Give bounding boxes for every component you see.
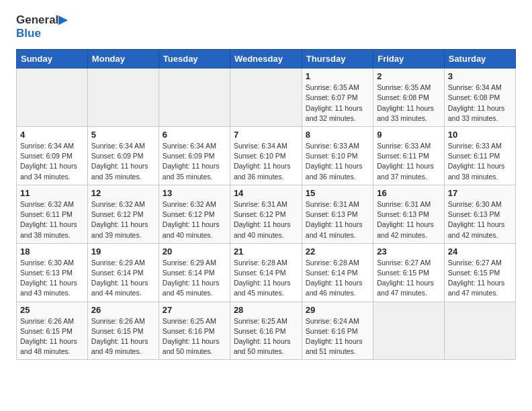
day-info: Sunrise: 6:33 AMSunset: 6:10 PMDaylight:…: [306, 141, 369, 182]
calendar-cell: 15Sunrise: 6:31 AMSunset: 6:13 PMDayligh…: [302, 185, 373, 243]
calendar-cell: 3Sunrise: 6:34 AMSunset: 6:08 PMDaylight…: [444, 68, 515, 127]
day-info: Sunrise: 6:27 AMSunset: 6:15 PMDaylight:…: [377, 258, 441, 299]
logo-text-line1: General▶: [16, 13, 67, 27]
day-number: 27: [163, 305, 226, 315]
day-number: 2: [377, 71, 441, 81]
calendar-cell: [17, 68, 88, 127]
calendar-cell: 2Sunrise: 6:35 AMSunset: 6:08 PMDaylight…: [373, 68, 445, 127]
day-number: 20: [163, 246, 226, 257]
day-number: 6: [163, 130, 226, 140]
day-number: 23: [377, 246, 441, 257]
day-info: Sunrise: 6:34 AMSunset: 6:10 PMDaylight:…: [234, 141, 298, 182]
day-number: 25: [20, 305, 84, 315]
day-info: Sunrise: 6:31 AMSunset: 6:12 PMDaylight:…: [234, 199, 298, 240]
day-info: Sunrise: 6:29 AMSunset: 6:14 PMDaylight:…: [163, 258, 226, 299]
calendar-table: SundayMondayTuesdayWednesdayThursdayFrid…: [16, 49, 516, 360]
day-info: Sunrise: 6:32 AMSunset: 6:12 PMDaylight:…: [163, 199, 226, 240]
day-info: Sunrise: 6:24 AMSunset: 6:16 PMDaylight:…: [306, 316, 369, 357]
calendar-cell: 23Sunrise: 6:27 AMSunset: 6:15 PMDayligh…: [373, 243, 445, 302]
page-header: General▶ Blue: [16, 13, 516, 40]
day-number: 22: [306, 246, 369, 257]
day-number: 16: [377, 188, 441, 198]
calendar-cell: 9Sunrise: 6:33 AMSunset: 6:11 PMDaylight…: [373, 126, 445, 185]
day-number: 14: [234, 188, 298, 198]
day-number: 24: [448, 246, 512, 257]
calendar-cell: 18Sunrise: 6:30 AMSunset: 6:13 PMDayligh…: [17, 243, 88, 302]
day-info: Sunrise: 6:32 AMSunset: 6:11 PMDaylight:…: [20, 199, 84, 240]
day-info: Sunrise: 6:29 AMSunset: 6:14 PMDaylight:…: [91, 258, 155, 299]
day-info: Sunrise: 6:26 AMSunset: 6:15 PMDaylight:…: [20, 316, 84, 357]
calendar-cell: 13Sunrise: 6:32 AMSunset: 6:12 PMDayligh…: [159, 185, 230, 243]
calendar-cell: 7Sunrise: 6:34 AMSunset: 6:10 PMDaylight…: [230, 126, 302, 185]
day-number: 4: [20, 130, 84, 140]
calendar-cell: 29Sunrise: 6:24 AMSunset: 6:16 PMDayligh…: [302, 302, 373, 360]
calendar-cell: 28Sunrise: 6:25 AMSunset: 6:16 PMDayligh…: [230, 302, 302, 360]
calendar-cell: 16Sunrise: 6:31 AMSunset: 6:13 PMDayligh…: [373, 185, 445, 243]
calendar-week-row: 4Sunrise: 6:34 AMSunset: 6:09 PMDaylight…: [17, 126, 516, 185]
day-info: Sunrise: 6:33 AMSunset: 6:11 PMDaylight:…: [377, 141, 441, 182]
day-info: Sunrise: 6:28 AMSunset: 6:14 PMDaylight:…: [234, 258, 298, 299]
day-number: 3: [448, 71, 512, 81]
calendar-header-row: SundayMondayTuesdayWednesdayThursdayFrid…: [17, 50, 516, 68]
calendar-cell: 1Sunrise: 6:35 AMSunset: 6:07 PMDaylight…: [302, 68, 373, 127]
day-number: 9: [377, 130, 441, 140]
calendar-cell: 19Sunrise: 6:29 AMSunset: 6:14 PMDayligh…: [87, 243, 159, 302]
day-number: 15: [306, 188, 369, 198]
day-info: Sunrise: 6:25 AMSunset: 6:16 PMDaylight:…: [234, 316, 298, 357]
day-info: Sunrise: 6:31 AMSunset: 6:13 PMDaylight:…: [306, 199, 369, 240]
day-info: Sunrise: 6:30 AMSunset: 6:13 PMDaylight:…: [20, 258, 84, 299]
calendar-cell: 5Sunrise: 6:34 AMSunset: 6:09 PMDaylight…: [87, 126, 159, 185]
day-number: 5: [91, 130, 155, 140]
calendar-cell: 8Sunrise: 6:33 AMSunset: 6:10 PMDaylight…: [302, 126, 373, 185]
day-info: Sunrise: 6:31 AMSunset: 6:13 PMDaylight:…: [377, 199, 441, 240]
day-info: Sunrise: 6:34 AMSunset: 6:08 PMDaylight:…: [448, 83, 512, 124]
day-number: 21: [234, 246, 298, 257]
weekday-header: Wednesday: [230, 50, 302, 68]
day-number: 7: [234, 130, 298, 140]
day-info: Sunrise: 6:34 AMSunset: 6:09 PMDaylight:…: [20, 141, 84, 182]
day-number: 18: [20, 246, 84, 257]
weekday-header: Saturday: [444, 50, 515, 68]
calendar-cell: 12Sunrise: 6:32 AMSunset: 6:12 PMDayligh…: [87, 185, 159, 243]
calendar-cell: 17Sunrise: 6:30 AMSunset: 6:13 PMDayligh…: [444, 185, 515, 243]
weekday-header: Friday: [373, 50, 445, 68]
day-info: Sunrise: 6:28 AMSunset: 6:14 PMDaylight:…: [306, 258, 369, 299]
logo-text-line2: Blue: [16, 27, 67, 40]
day-info: Sunrise: 6:27 AMSunset: 6:15 PMDaylight:…: [448, 258, 512, 299]
day-info: Sunrise: 6:25 AMSunset: 6:16 PMDaylight:…: [163, 316, 226, 357]
calendar-cell: 14Sunrise: 6:31 AMSunset: 6:12 PMDayligh…: [230, 185, 302, 243]
calendar-cell: 11Sunrise: 6:32 AMSunset: 6:11 PMDayligh…: [17, 185, 88, 243]
day-info: Sunrise: 6:34 AMSunset: 6:09 PMDaylight:…: [91, 141, 155, 182]
day-number: 13: [163, 188, 226, 198]
day-number: 10: [448, 130, 512, 140]
calendar-cell: 10Sunrise: 6:33 AMSunset: 6:11 PMDayligh…: [444, 126, 515, 185]
day-info: Sunrise: 6:35 AMSunset: 6:08 PMDaylight:…: [377, 83, 441, 124]
calendar-cell: [373, 302, 445, 360]
calendar-week-row: 25Sunrise: 6:26 AMSunset: 6:15 PMDayligh…: [17, 302, 516, 360]
day-info: Sunrise: 6:26 AMSunset: 6:15 PMDaylight:…: [91, 316, 155, 357]
calendar-cell: 26Sunrise: 6:26 AMSunset: 6:15 PMDayligh…: [87, 302, 159, 360]
day-number: 17: [448, 188, 512, 198]
calendar-cell: 22Sunrise: 6:28 AMSunset: 6:14 PMDayligh…: [302, 243, 373, 302]
day-info: Sunrise: 6:30 AMSunset: 6:13 PMDaylight:…: [448, 199, 512, 240]
day-number: 26: [91, 305, 155, 315]
calendar-cell: [87, 68, 159, 127]
calendar-cell: 21Sunrise: 6:28 AMSunset: 6:14 PMDayligh…: [230, 243, 302, 302]
day-number: 11: [20, 188, 84, 198]
calendar-week-row: 18Sunrise: 6:30 AMSunset: 6:13 PMDayligh…: [17, 243, 516, 302]
calendar-cell: 6Sunrise: 6:34 AMSunset: 6:09 PMDaylight…: [159, 126, 230, 185]
weekday-header: Thursday: [302, 50, 373, 68]
logo: General▶ Blue: [16, 13, 67, 40]
day-number: 28: [234, 305, 298, 315]
calendar-cell: [159, 68, 230, 127]
calendar-cell: 25Sunrise: 6:26 AMSunset: 6:15 PMDayligh…: [17, 302, 88, 360]
day-number: 1: [306, 71, 369, 81]
calendar-week-row: 1Sunrise: 6:35 AMSunset: 6:07 PMDaylight…: [17, 68, 516, 127]
day-info: Sunrise: 6:33 AMSunset: 6:11 PMDaylight:…: [448, 141, 512, 182]
day-info: Sunrise: 6:35 AMSunset: 6:07 PMDaylight:…: [306, 83, 369, 124]
calendar-cell: 24Sunrise: 6:27 AMSunset: 6:15 PMDayligh…: [444, 243, 515, 302]
calendar-cell: [444, 302, 515, 360]
weekday-header: Sunday: [17, 50, 88, 68]
calendar-cell: 27Sunrise: 6:25 AMSunset: 6:16 PMDayligh…: [159, 302, 230, 360]
day-number: 29: [306, 305, 369, 315]
